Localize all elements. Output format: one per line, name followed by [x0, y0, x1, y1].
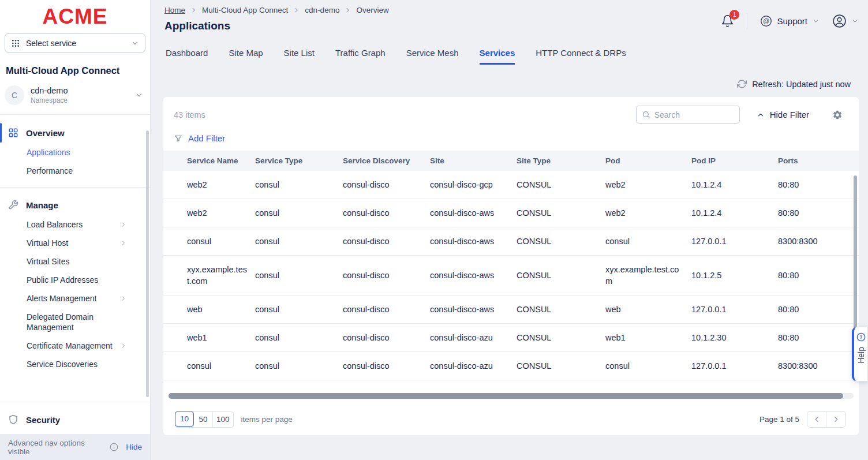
table-cell: consul: [255, 199, 343, 227]
sidebar-item-virtual-host[interactable]: Virtual Host: [0, 234, 139, 252]
section-label: Security: [26, 415, 60, 425]
table-cell: web1: [605, 324, 691, 352]
table-cell: consul-disco-azu: [430, 352, 517, 380]
table-cell: 80:80: [778, 296, 859, 324]
sidebar-item-performance[interactable]: Performance: [0, 162, 139, 180]
table-cell: consul: [605, 352, 691, 380]
sidebar-item-certificate-management[interactable]: Certificate Management: [0, 336, 139, 355]
chevron-right-icon: [120, 240, 127, 246]
gear-icon[interactable]: [832, 110, 843, 120]
table-cell: CONSUL: [517, 227, 605, 256]
svg-text:?: ?: [859, 334, 862, 340]
table-cell: consul: [255, 256, 343, 296]
page-indicator: Page 1 of 5: [760, 415, 799, 424]
hide-nav-link[interactable]: Hide: [126, 443, 142, 451]
panel-header: 43 items Hide Filter: [163, 97, 859, 124]
table-cell: consul: [255, 227, 343, 256]
page-size-10[interactable]: 10: [175, 412, 194, 427]
table-cell: consul-disco-aws: [430, 227, 517, 256]
table-cell: 80:80: [778, 324, 859, 352]
table-header: Service Name Service Type Service Discov…: [163, 151, 859, 171]
select-service-dropdown[interactable]: Select service: [5, 33, 145, 53]
svg-text:@: @: [763, 17, 769, 24]
sidebar-section-manage[interactable]: Manage: [0, 195, 150, 215]
help-tab[interactable]: ? Help: [852, 327, 868, 382]
notification-badge: 1: [729, 10, 739, 20]
refresh-icon[interactable]: [737, 79, 747, 89]
table-cell: consul-disco-aws: [430, 199, 517, 227]
account-menu[interactable]: [832, 14, 859, 28]
tab-site-map[interactable]: Site Map: [229, 48, 263, 65]
shield-icon: [8, 414, 18, 425]
table-cell: CONSUL: [517, 296, 605, 324]
namespace-selector[interactable]: C cdn-demo Namespace: [0, 83, 150, 115]
help-question-icon: ?: [856, 332, 866, 342]
table-cell: 80:80: [778, 171, 859, 199]
table-cell: web: [163, 296, 255, 324]
table-horizontal-scrollbar[interactable]: [169, 393, 854, 399]
search-input[interactable]: [654, 110, 729, 119]
sidebar-item-applications[interactable]: Applications: [0, 143, 139, 162]
table-cell: 8300:8300: [778, 227, 859, 256]
item-label: Virtual Host: [27, 238, 68, 248]
hide-filter-label: Hide Filter: [770, 110, 809, 119]
table-cell: consul: [163, 352, 255, 380]
breadcrumb-item[interactable]: cdn-demo: [305, 6, 339, 14]
add-filter-row: Add Filter: [163, 124, 859, 151]
tab-http-connect-drps[interactable]: HTTP Connect & DRPs: [536, 48, 626, 65]
hide-filter-button[interactable]: Hide Filter: [757, 110, 809, 119]
breadcrumb-item[interactable]: Overview: [356, 6, 388, 14]
table-cell: 80:80: [778, 256, 859, 296]
sidebar-item-alerts-management[interactable]: Alerts Management: [0, 289, 139, 308]
logo-area: ACME: [0, 0, 150, 30]
sidebar-item-virtual-sites[interactable]: Virtual Sites: [0, 252, 139, 271]
sidebar-item-load-balancers[interactable]: Load Balancers: [0, 215, 139, 234]
namespace-type-label: Namespace: [31, 96, 68, 104]
table-cell: CONSUL: [517, 256, 605, 296]
tab-services[interactable]: Services: [480, 48, 515, 65]
sidebar-section-security[interactable]: Security: [0, 409, 150, 434]
chevron-down-icon: [851, 17, 859, 25]
tab-site-list[interactable]: Site List: [284, 48, 315, 65]
notifications-button[interactable]: 1: [721, 14, 734, 28]
table-row: webconsulconsul-discoconsul-disco-awsCON…: [163, 296, 859, 324]
sidebar-item-public-ip-addresses[interactable]: Public IP Addresses: [0, 271, 139, 289]
tab-service-mesh[interactable]: Service Mesh: [406, 48, 459, 65]
column-header: Service Type: [255, 151, 343, 171]
table-cell: consul: [163, 227, 255, 256]
table-cell: web1: [163, 324, 255, 352]
support-menu[interactable]: @ Support: [760, 15, 820, 27]
table-cell: 10.1.2.5: [691, 256, 778, 296]
breadcrumb-item[interactable]: Multi-Cloud App Connect: [202, 6, 288, 14]
sidebar-item-service-discoveries[interactable]: Service Discoveries: [0, 355, 139, 373]
next-page-button[interactable]: [826, 412, 845, 427]
page-size-group: 10 50 100: [175, 412, 234, 428]
table-cell: consul: [255, 324, 343, 352]
page-size-50[interactable]: 50: [194, 412, 213, 427]
scrollbar-thumb[interactable]: [169, 393, 843, 399]
services-table: Service Name Service Type Service Discov…: [163, 151, 859, 380]
item-label: Load Balancers: [27, 219, 83, 230]
refresh-row: Refresh: Updated just now: [151, 65, 868, 89]
column-header: Site Type: [517, 151, 605, 171]
sidebar-scrollbar[interactable]: [146, 130, 149, 397]
product-title: Multi-Cloud App Connect: [0, 61, 150, 83]
table-cell: 127.0.0.1: [691, 352, 778, 380]
tab-dashboard[interactable]: Dashboard: [166, 48, 208, 65]
sidebar-item-delegated-domain-management[interactable]: Delegated Domain Management: [0, 308, 139, 336]
table-cell: consul-disco: [343, 352, 430, 380]
sidebar-section-overview[interactable]: Overview: [0, 122, 150, 143]
tab-bar: Dashboard Site Map Site List Traffic Gra…: [151, 32, 868, 65]
tab-traffic-graph[interactable]: Traffic Graph: [335, 48, 386, 65]
column-header: Service Discovery: [343, 151, 430, 171]
wrench-icon: [8, 200, 18, 210]
page-size-100[interactable]: 100: [213, 412, 233, 427]
add-filter-button[interactable]: Add Filter: [188, 133, 225, 143]
table-cell: 127.0.0.1: [691, 227, 778, 256]
breadcrumb-home[interactable]: Home: [164, 6, 185, 14]
table-cell: 80:80: [778, 199, 859, 227]
previous-page-button[interactable]: [807, 412, 826, 427]
table-cell: CONSUL: [517, 324, 605, 352]
search-box: [636, 106, 740, 124]
page-title: Applications: [164, 20, 389, 32]
